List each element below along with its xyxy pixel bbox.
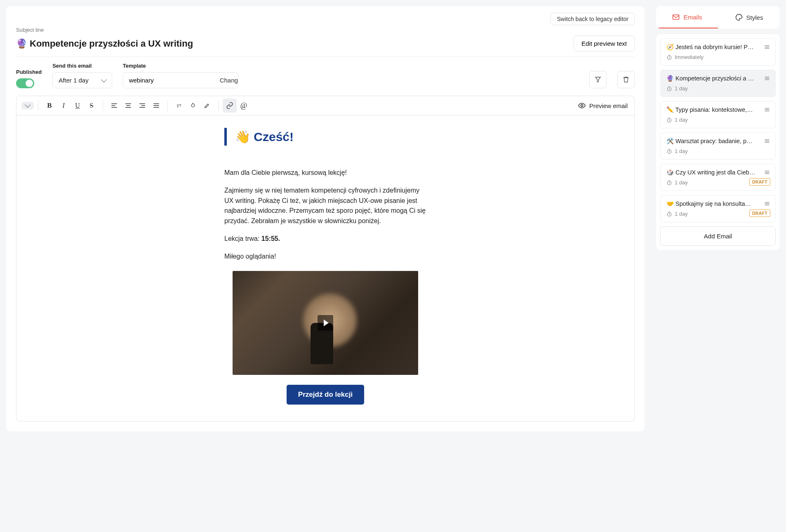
content-heading: 👋 Cześć! [235, 129, 426, 144]
editor-content[interactable]: 👋 Cześć! Mam dla Ciebie pierwszą, kursow… [16, 115, 634, 421]
subject-line-input[interactable]: 🔮 Kompetencje przyszłości a UX writing [16, 38, 193, 49]
subject-emoji: 🔮 [16, 38, 27, 49]
email-item-title: 🔮 Kompetencje przyszłości a … [666, 75, 770, 82]
email-item-timing: Immediately [666, 54, 770, 60]
clock-icon [666, 211, 672, 217]
align-right-icon [139, 102, 146, 109]
align-justify-icon [153, 102, 160, 109]
sidebar: Emails Styles 🧭 Jesteś na dobrym kursie!… [656, 6, 780, 431]
block-type-select[interactable] [21, 102, 34, 109]
filter-button[interactable] [589, 71, 607, 88]
drag-handle-icon[interactable] [764, 75, 770, 82]
svg-rect-13 [673, 15, 679, 19]
content-paragraph: Mam dla Ciebie pierwszą, kursową lekcję! [224, 168, 426, 178]
email-item-title: 🛠️ Warsztat pracy: badanie, p… [666, 138, 770, 145]
align-left-button[interactable] [107, 99, 121, 113]
chevron-down-icon [101, 76, 107, 82]
content-paragraph: Lekcja trwa: 15:55. [224, 234, 426, 244]
filter-icon [594, 76, 602, 83]
content-paragraph: Zajmiemy się w niej tematem kompetencji … [224, 186, 426, 226]
published-toggle[interactable] [16, 78, 34, 88]
drag-handle-icon[interactable] [764, 200, 770, 207]
send-label: Send this email [52, 63, 112, 69]
draft-badge: DRAFT [749, 178, 770, 186]
email-item-timing: 1 day [666, 85, 770, 92]
mention-button[interactable]: @ [237, 99, 251, 113]
font-size-button[interactable]: тT [172, 99, 186, 113]
email-list-item[interactable]: 🎲 Czy UX writing jest dla Cieb…1 dayDRAF… [660, 164, 776, 191]
email-list-item[interactable]: ✏️ Typy pisania: kontekstowe,…1 day [660, 101, 776, 128]
video-thumbnail[interactable] [233, 271, 418, 375]
highlighter-icon [204, 102, 210, 109]
email-item-title: 🤝 Spotkajmy się na konsulta… [666, 200, 770, 207]
align-center-icon [125, 102, 132, 109]
droplet-icon [190, 102, 196, 109]
align-justify-button[interactable] [149, 99, 163, 113]
drag-handle-icon[interactable] [764, 169, 770, 176]
email-list-item[interactable]: 🔮 Kompetencje przyszłości a …1 day [660, 70, 776, 97]
drag-handle-icon[interactable] [764, 138, 770, 144]
draft-badge: DRAFT [749, 210, 770, 217]
color-button[interactable] [186, 99, 200, 113]
drag-handle-icon[interactable] [764, 106, 770, 113]
highlight-button[interactable] [200, 99, 214, 113]
underline-button[interactable]: U [71, 99, 85, 113]
email-list-item[interactable]: 🛠️ Warsztat pracy: badanie, p…1 day [660, 132, 776, 160]
eye-icon [578, 101, 586, 110]
tab-styles[interactable]: Styles [718, 6, 780, 28]
published-label: Published [16, 69, 42, 75]
email-item-title: ✏️ Typy pisania: kontekstowe,… [666, 106, 770, 113]
preview-email-button[interactable]: Preview email [576, 99, 629, 112]
content-paragraph: Miłego oglądania! [224, 252, 426, 262]
trash-icon [622, 76, 630, 83]
italic-button[interactable]: I [56, 99, 71, 113]
svg-point-12 [581, 105, 583, 107]
link-button[interactable] [223, 99, 237, 113]
add-email-button[interactable]: Add Email [660, 226, 776, 246]
subject-text: Kompetencje przyszłości a UX writing [30, 38, 193, 49]
email-list: 🧭 Jesteś na dobrym kursie! P…Immediately… [656, 34, 780, 250]
clock-icon [666, 86, 672, 92]
delete-button[interactable] [617, 71, 635, 88]
strikethrough-button[interactable]: S [85, 99, 99, 113]
email-item-timing: 1 day [666, 148, 770, 154]
tab-emails[interactable]: Emails [656, 6, 718, 28]
align-left-icon [111, 102, 118, 109]
main-editor-panel: Switch back to legacy editor Subject lin… [6, 6, 645, 431]
drag-handle-icon[interactable] [764, 44, 770, 50]
subject-line-label: Subject line [16, 27, 635, 33]
email-list-item[interactable]: 🧭 Jesteś na dobrym kursie! P…Immediately [660, 38, 776, 66]
play-icon [318, 315, 333, 331]
clock-icon [666, 54, 672, 60]
bold-button[interactable]: B [42, 99, 56, 113]
cta-button[interactable]: Przejdź do lekcji [287, 385, 364, 405]
email-list-item[interactable]: 🤝 Spotkajmy się na konsulta…1 dayDRAFT [660, 195, 776, 222]
edit-preview-text-button[interactable]: Edit preview text [574, 35, 635, 52]
email-item-timing: 1 day [666, 117, 770, 123]
align-right-button[interactable] [135, 99, 149, 113]
send-delay-select[interactable]: After 1 day [52, 72, 112, 88]
link-icon [226, 102, 233, 109]
email-item-title: 🧭 Jesteś na dobrym kursie! P… [666, 44, 770, 51]
clock-icon [666, 148, 672, 154]
change-template-button[interactable]: Change [213, 73, 238, 88]
legacy-editor-button[interactable]: Switch back to legacy editor [551, 13, 635, 25]
palette-icon [735, 13, 743, 21]
envelope-icon [672, 13, 680, 21]
editor-toolbar: B I U S тT [16, 96, 634, 115]
template-label: Template [123, 63, 238, 69]
email-item-title: 🎲 Czy UX writing jest dla Cieb… [666, 169, 770, 176]
clock-icon [666, 180, 672, 186]
align-center-button[interactable] [121, 99, 135, 113]
chevron-down-icon [25, 102, 31, 108]
clock-icon [666, 117, 672, 123]
template-input[interactable] [123, 73, 213, 88]
